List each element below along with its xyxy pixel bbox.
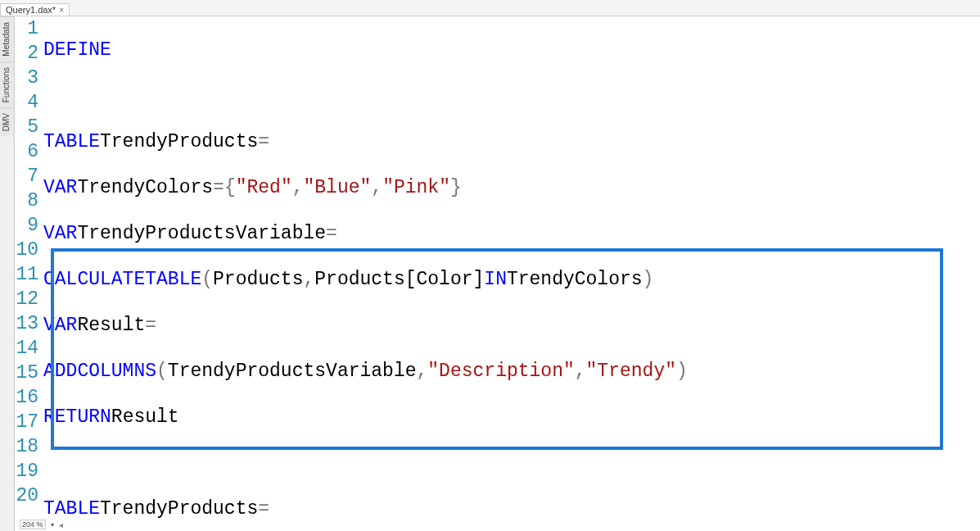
op-eq: = [258,129,269,154]
op-eq: = [258,497,269,521]
line-number: 1 [15,16,38,41]
op-lbrace: { [224,175,236,200]
fn-addcolumns: ADDCOLUMNS [43,359,156,384]
kw-var: VAR [43,221,77,246]
op-comma: , [303,267,314,292]
line-number: 11 [15,262,38,287]
kw-var: VAR [43,313,77,338]
id-tpv: TrendyProductsVariable [168,359,417,384]
op-eq: = [145,313,156,338]
line-number: 12 [15,287,38,311]
line-number-gutter: 1 2 3 4 5 6 7 8 9 10 11 12 13 14 15 16 1… [15,16,43,518]
kw-table: TABLE [43,129,100,154]
line-number: 7 [15,164,38,188]
kw-define: DEFINE [43,38,111,62]
kw-return: RETURN [43,405,111,429]
kw-var: VAR [43,175,77,200]
line-number: 14 [15,336,38,361]
file-tab-title: Query1.dax* [6,5,56,15]
status-bar: 204 % ▾ ◂ [15,518,63,531]
op-rbrace: } [450,175,462,200]
id-trendyproducts: TrendyProducts [100,129,258,154]
op-comma: , [371,175,382,200]
kw-in: IN [484,267,507,292]
str-blue: "Blue" [304,175,372,200]
fn-calculatetable: CALCULATETABLE [43,267,201,292]
str-pink: "Pink" [382,175,450,200]
str-description: "Description" [427,359,574,384]
side-tab-metadata[interactable]: Metadata [0,16,14,61]
id-trendycolors: TrendyColors [77,175,213,200]
op-lparen: ( [156,359,168,384]
chevron-down-icon[interactable]: ▾ [51,521,54,529]
line-number: 3 [15,66,38,90]
op-comma: , [292,175,304,200]
op-lparen: ( [201,267,213,292]
op-comma: , [417,359,428,384]
line-number: 4 [15,90,38,115]
line-number: 17 [15,410,38,434]
line-number: 20 [15,483,38,508]
line-number: 6 [15,139,38,164]
op-rparen: ) [643,267,654,292]
id-products: Products [213,267,303,292]
op-eq: = [326,221,337,246]
id-trendyproducts: TrendyProducts [100,497,258,521]
str-red: "Red" [236,175,292,200]
arrow-left-icon[interactable]: ◂ [59,520,63,529]
line-number: 18 [15,434,38,459]
side-tab-functions[interactable]: Functions [0,61,14,107]
op-eq: = [213,175,224,200]
code-content[interactable]: DEFINE TABLE TrendyProducts = VAR Trendy… [43,16,980,518]
line-number: 19 [15,459,38,483]
line-number: 15 [15,361,38,385]
op-rparen: ) [676,359,688,384]
zoom-level[interactable]: 204 % [20,520,46,529]
side-tab-dmv[interactable]: DMV [0,107,14,136]
str-trendy: "Trendy" [586,359,676,384]
id-tpv: TrendyProductsVariable [77,221,326,246]
side-panel: Metadata Functions DMV [0,16,15,531]
op-comma: , [575,359,586,384]
code-editor[interactable]: 1 2 3 4 5 6 7 8 9 10 11 12 13 14 15 16 1… [15,16,980,518]
id-productscolor: Products[Color] [314,267,484,292]
line-number: 16 [15,385,38,410]
id-result: Result [111,405,179,429]
file-tab[interactable]: Query1.dax* × [0,3,70,16]
id-result: Result [77,313,145,338]
close-icon[interactable]: × [59,6,64,15]
id-trendycolors: TrendyColors [507,267,643,292]
line-number: 13 [15,311,38,336]
line-number: 5 [15,115,38,139]
line-number: 8 [15,188,38,213]
line-number: 10 [15,238,38,262]
line-number: 2 [15,41,38,66]
line-number: 9 [15,213,38,238]
